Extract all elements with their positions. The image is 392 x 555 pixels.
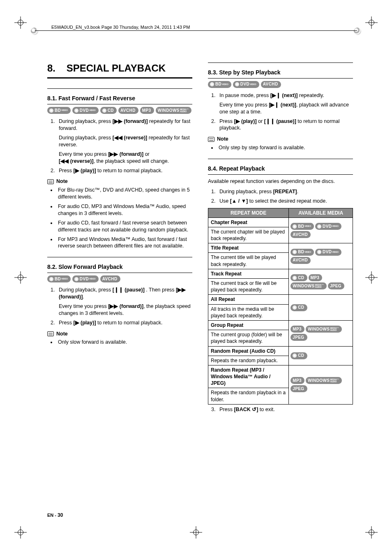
badge-sub: MEDIA™AUDIO [315,284,324,288]
section-8-1-notes: For Blu-ray Disc™, DVD and AVCHD, speed … [47,187,192,250]
disc-icon [293,224,297,229]
repeat-mode-media: MP3WINDOWSMEDIA™AUDIOJPEG [289,365,353,404]
step-3: Press [BACK ↺] to exit. [217,406,353,413]
badge-sub: VIDEO [222,83,228,86]
badge-main: WINDOWS [158,109,180,113]
repeat-mode-name: Random Repeat (MP3 / Windows Media™ Audi… [208,365,289,388]
badge-main: MP3 [293,379,302,383]
note-icon [47,179,54,184]
disc-icon [317,224,321,229]
disc-icon [102,109,106,113]
badge-dvd: DVDVIDEO [315,249,341,256]
section-8-1-badges: BDVIDEODVDVIDEOCDAVCHDMP3WINDOWSMEDIA™AU… [47,107,192,114]
disc-icon [293,354,297,358]
badge-main: WINDOWS [308,379,330,383]
section-8-4-steps-a: During playback, press [REPEAT]. Use [▲ … [208,188,353,205]
badge-wma: WINDOWSMEDIA™AUDIO [306,377,341,384]
repeat-mode-name: Chapter Repeat [208,217,289,227]
badge-dvd: DVDVIDEO [233,81,259,88]
repeat-mode-media: BDVIDEODVDVIDEOAVCHD [289,243,353,269]
note-icon [208,137,214,142]
badge-main: WINDOWS [308,327,330,331]
badge-mp3: MP3 [291,326,304,333]
section-8-1-title: 8.1. Fast Forward / Fast Reverse [47,95,192,102]
note-heading: Note [47,331,192,338]
badge-sub: VIDEO [89,109,96,111]
section-8-1-steps: During playback, press [▶▶ (forward)] re… [47,118,192,174]
badge-main: DVD [323,250,332,254]
repeat-mode-name: All Repeat [208,295,289,304]
repeat-mode-desc: The current group (folder) will be playe… [208,330,289,346]
section-8-4-step3: Press [BACK ↺] to exit. [208,406,353,413]
repeat-mode-name: Track Repeat [208,269,289,278]
badge-jpeg: JPEG [291,334,307,341]
disc-icon [31,28,38,35]
badge-main: JPEG [293,335,304,340]
note-item: For audio CD, MP3 and Windows Media™ Aud… [56,203,192,217]
crop-mark [14,526,27,539]
disc-icon [74,277,78,281]
section-8-2-steps: During playback, press [❙❙ (pause)] . Th… [47,287,192,326]
col-repeat-mode: REPEAT MODE [208,208,289,217]
footer-lang: EN [47,513,53,518]
badge-bd: BDVIDEO [208,81,231,88]
badge-main: BD [215,82,221,86]
step-2: Press [▶ (play)] to return to normal pla… [56,319,192,326]
badge-main: BD [55,277,61,281]
disc-icon [49,109,53,113]
badge-jpeg: JPEG [328,282,344,289]
section-8-3-steps: In pause mode, press [▶❙ (next)] repeate… [208,92,353,132]
section-8-3-badges: BDVIDEODVDVIDEOAVCHD [208,81,353,88]
badge-sub: VIDEO [61,278,68,280]
header-rule [35,30,357,31]
badge-main: MP3 [293,327,302,331]
repeat-mode-desc: All tracks in the media will be played b… [208,304,289,320]
badge-bd: BDVIDEO [47,107,71,114]
repeat-mode-media: BDVIDEODVDVIDEOAVCHD [289,217,353,243]
step-2: Use [▲ / ▼] to select the desired repeat… [217,198,353,205]
repeat-mode-desc: The current chapter will be played back … [208,227,289,243]
section-8-3-title: 8.3. Step by Step Playback [208,69,353,76]
crop-mark [365,526,378,539]
badge-main: CD [298,305,304,310]
badge-main: BD [55,109,61,113]
step-1-extra2: Every time you press [▶▶ (forward)] or [59,151,150,157]
footer-page-number: 30 [58,512,63,518]
step-1: During playback, press [REPEAT]. [217,188,353,195]
step-1-body: During playback, press [❙❙ (pause)] . Th… [59,287,186,300]
step-2: Press [▶ (play)] or [❙❙ (pause)] to retu… [217,118,353,132]
repeat-mode-desc: Repeats the random playback in a folder. [208,388,289,404]
chapter-number: 8. [47,62,55,74]
disc-icon [74,109,78,113]
disc-icon [210,82,214,86]
disc-icon [354,28,361,35]
disc-icon [235,82,239,86]
disc-icon [293,250,297,254]
badge-main: JPEG [293,387,304,391]
repeat-mode-desc: The current title will be played back re… [208,253,289,269]
chapter-text: SPECIAL PLAYBACK [67,62,166,74]
badge-main: DVD [323,224,332,229]
step-1-extra1: Every time you press [▶▶ (forward)], the… [59,303,192,317]
badge-main: CD [108,109,114,113]
badge-main: AVCHD [102,277,118,281]
step-2: Press [▶ (play)] to return to normal pla… [56,167,192,174]
chapter-title: 8. SPECIAL PLAYBACK [47,62,192,79]
badge-main: JPEG [330,284,341,288]
badge-main: AVCHD [120,109,136,113]
section-8-3-notes: Only step by step forward is available. [208,144,353,151]
badge-avchd: AVCHD [261,81,281,88]
note-icon [47,331,54,336]
repeat-mode-media: CD [289,346,353,365]
section-8-4-title: 8.4. Repeat Playback [208,165,353,173]
badge-bd: BDVIDEO [47,275,71,282]
crop-mark [14,271,27,284]
note-item: For Blu-ray Disc™, DVD and AVCHD, speed … [56,187,192,201]
badge-main: CD [298,354,304,358]
badge-wma: WINDOWSMEDIA™AUDIO [306,326,341,333]
badge-main: BD [298,250,304,254]
step-1: In pause mode, press [▶❙ (next)] repeate… [217,92,353,116]
step-1-extra3: [◀◀ (reverse)], the playback speed will … [59,158,169,164]
badge-sub: VIDEO [305,225,311,227]
badge-sub: VIDEO [332,251,339,253]
